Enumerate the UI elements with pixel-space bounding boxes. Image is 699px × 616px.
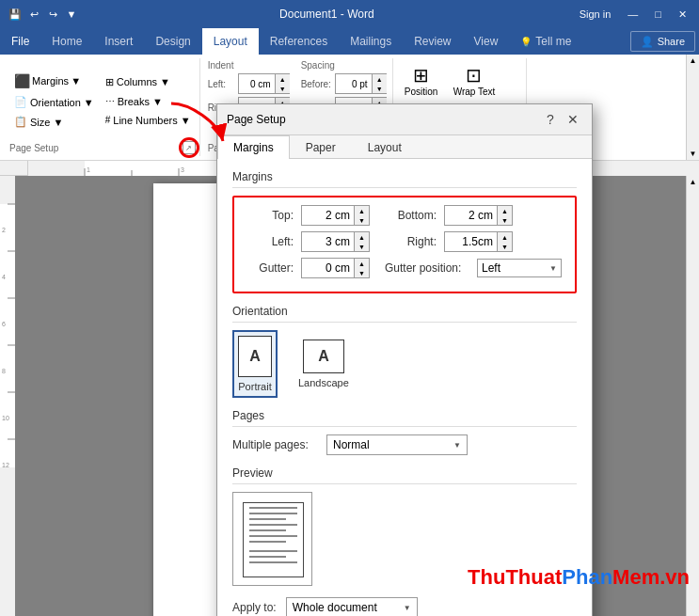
landscape-label: Landscape [298,377,349,388]
spacing-before-down[interactable]: ▼ [372,84,387,93]
gutter-input-row: Gutter: ▲ ▼ [242,258,370,278]
linenumbers-dropdown-icon: ▼ [181,115,191,126]
pages-section: Pages Multiple pages: Normal ▼ [232,409,577,455]
tab-insert[interactable]: Insert [93,28,144,55]
spacing-before-spinner[interactable]: ▲ ▼ [372,74,387,93]
columns-btn[interactable]: ⊞ Columns ▼ [101,73,196,91]
bottom-input-group[interactable]: ▲ ▼ [444,205,513,226]
top-input-group[interactable]: ▲ ▼ [301,205,370,226]
minimize-button[interactable]: — [623,7,643,22]
gutter-input[interactable] [302,260,354,276]
dialog-tab-layout[interactable]: Layout [352,135,418,159]
right-input[interactable] [445,233,497,250]
portrait-btn[interactable]: A Portrait [232,330,278,398]
right-down[interactable]: ▼ [497,242,512,251]
preview-title: Preview [232,466,577,484]
share-button[interactable]: 👤 Share [630,31,695,52]
bottom-label: Bottom: [385,209,437,222]
preview-line-7 [249,541,286,543]
landscape-btn[interactable]: A Landscape [293,334,355,394]
tab-design[interactable]: Design [144,28,201,55]
spacing-before-input[interactable]: ▲ ▼ [335,73,387,94]
line-numbers-btn[interactable]: # Line Numbers ▼ [101,112,196,129]
preview-line-10 [249,561,297,563]
position-wrap-row: ⊞ Position ⊡ Wrap Text [401,60,520,101]
right-input-group[interactable]: ▲ ▼ [444,231,513,252]
title-bar: 💾 ↩ ↪ ▼ Document1 - Word Sign in — □ ✕ [0,0,699,28]
position-btn[interactable]: ⊞ Position [401,60,442,101]
left-input[interactable] [302,233,354,250]
left-up[interactable]: ▲ [354,232,369,242]
pages-title: Pages [232,409,577,427]
breaks-btn[interactable]: ⋯ Breaks ▼ [101,93,196,110]
preview-line-8 [249,550,297,552]
close-button[interactable]: ✕ [674,7,691,23]
redo-icon[interactable]: ↪ [45,7,60,22]
ribbon-tabs: File Home Insert Design Layout Reference… [0,28,699,55]
columns-breaks-group: ⊞ Columns ▼ ⋯ Breaks ▼ # Line Numbers ▼ [101,73,196,129]
tab-file[interactable]: File [0,28,40,55]
page-setup-dialog: Page Setup ? ✕ Margins Paper Layout Marg… [216,103,593,616]
spacing-before-up[interactable]: ▲ [372,74,387,84]
gutter-spinner[interactable]: ▲ ▼ [354,259,369,277]
bottom-down[interactable]: ▼ [497,215,512,225]
size-btn[interactable]: 📋 Size ▼ [9,113,99,131]
apply-to-select[interactable]: Whole document ▼ [286,597,418,616]
wrap-text-btn[interactable]: ⊡ Wrap Text [450,60,500,101]
bottom-spinner[interactable]: ▲ ▼ [497,206,512,225]
tab-layout[interactable]: Layout [202,28,259,55]
tab-view[interactable]: View [463,28,510,55]
customize-qat-icon[interactable]: ▼ [64,7,79,22]
scroll-up[interactable]: ▲ [688,176,699,188]
bottom-up[interactable]: ▲ [497,206,512,215]
dialog-tab-margins[interactable]: Margins [217,135,290,159]
tab-review[interactable]: Review [403,28,462,55]
top-up[interactable]: ▲ [354,206,369,215]
left-spinner[interactable]: ▲ ▼ [354,232,369,251]
top-input[interactable] [302,207,354,224]
right-spinner[interactable]: ▲ ▼ [497,232,512,251]
left-down[interactable]: ▼ [354,242,369,251]
scroll-up-btn[interactable]: ▲ [687,55,699,67]
tab-tell-me[interactable]: 💡 Tell me [509,28,582,55]
save-icon[interactable]: 💾 [8,7,23,22]
margins-btn[interactable]: ⬛ Margins ▼ 📄 Orientation ▼ 📋 Size ▼ [9,71,99,131]
top-down[interactable]: ▼ [354,215,369,225]
spacing-before-row: Before: ▲ ▼ [301,73,387,94]
left-input-group[interactable]: ▲ ▼ [301,231,370,252]
gutter-down[interactable]: ▼ [354,268,369,277]
gutter-pos-arrow: ▼ [549,264,557,273]
dialog-close-btn[interactable]: ✕ [564,110,582,129]
ribbon-scroll[interactable]: ▲ ▼ [686,55,699,160]
gutter-up[interactable]: ▲ [354,259,369,268]
gutter-input-group[interactable]: ▲ ▼ [301,258,370,278]
bottom-input[interactable] [445,207,497,224]
indent-left-spinner[interactable]: ▲ ▼ [275,74,290,93]
multiple-pages-select[interactable]: Normal ▼ [326,434,468,455]
spacing-before-field[interactable] [336,77,372,91]
indent-left-field[interactable] [239,77,275,91]
indent-left-down[interactable]: ▼ [275,84,290,93]
top-spinner[interactable]: ▲ ▼ [354,206,369,225]
indent-left-up[interactable]: ▲ [275,74,290,84]
dialog-tab-paper[interactable]: Paper [290,135,352,159]
page-setup-group-footer: Page Setup ↗ [9,141,196,154]
scroll-down-btn[interactable]: ▼ [687,148,699,160]
dialog-help-btn[interactable]: ? [541,110,560,129]
top-row: Top: ▲ ▼ [242,205,370,226]
orientation-btn[interactable]: 📄 Orientation ▼ [9,93,99,111]
tab-references[interactable]: References [259,28,339,55]
pages-row: Multiple pages: Normal ▼ [232,434,577,455]
right-up[interactable]: ▲ [497,232,512,242]
undo-icon[interactable]: ↩ [26,7,41,22]
maximize-button[interactable]: □ [650,7,666,22]
tab-home[interactable]: Home [40,28,93,55]
tab-mailings[interactable]: Mailings [339,28,403,55]
signin-button[interactable]: Sign in [575,7,616,22]
svg-text:2: 2 [2,227,6,233]
indent-left-input[interactable]: ▲ ▼ [238,73,290,94]
gutter-pos-select[interactable]: Left ▼ [477,259,562,277]
top-label: Top: [242,209,294,222]
page-setup-dialog-launcher[interactable]: ↗ [183,141,196,154]
scroll-bar-vertical[interactable]: ▲ ▼ [686,176,699,616]
